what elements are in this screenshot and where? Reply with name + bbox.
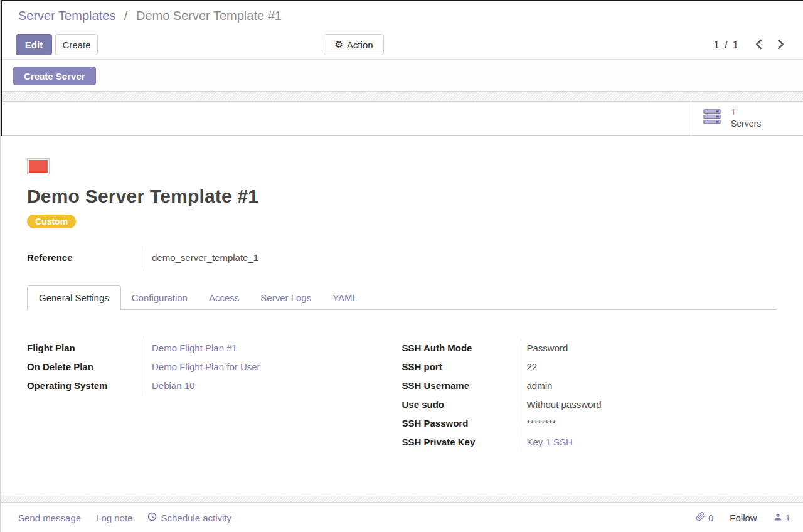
tab-configuration[interactable]: Configuration [121,286,198,309]
on-delete-plan-value[interactable]: Demo Flight Plan for User [152,358,402,376]
servers-icon [703,109,722,127]
servers-count: 1 [731,107,761,119]
ssh-auth-mode-value: Password [527,339,752,358]
reference-group: Reference demo_server_template_1 [27,247,777,269]
left-labels: Flight Plan On Delete Plan Operating Sys… [27,339,144,395]
reference-label-col: Reference [27,247,144,269]
ssh-port-value: 22 [527,358,752,376]
tab-yaml[interactable]: YAML [322,286,368,309]
attachments-button[interactable]: 0 [696,512,713,523]
chatter-bar: Send message Log note Schedule activity … [1,503,803,532]
button-box: 1 Servers [1,102,803,136]
servers-stat-text: 1 Servers [731,107,761,129]
ssh-private-key-label: SSH Private Key [402,433,519,452]
paperclip-icon [696,512,705,523]
custom-badge: Custom [27,215,76,228]
clock-icon [147,512,157,523]
left-field-group: Flight Plan On Delete Plan Operating Sys… [27,339,402,452]
followers-button[interactable]: 1 [774,513,790,523]
chevron-left-icon [755,39,763,51]
chevron-right-icon [777,39,785,51]
color-thumbnail[interactable] [27,158,50,174]
chatter-actions: Send message Log note Schedule activity [18,512,231,523]
person-icon [774,513,782,523]
gear-icon: ⚙ [334,40,343,50]
status-bar: Create Server [1,60,803,91]
window-border-left [1,0,2,136]
ssh-username-value: admin [527,376,752,395]
tab-access[interactable]: Access [198,286,250,309]
follower-count: 1 [785,513,790,523]
reference-label: Reference [27,247,144,269]
control-bar: Edit Create ⚙ Action 1 / 1 [1,30,803,60]
send-message-link[interactable]: Send message [18,513,81,523]
action-button-label: Action [347,40,373,50]
hatched-divider-bottom [1,496,803,503]
tab-content-general-settings: Flight Plan On Delete Plan Operating Sys… [27,310,777,452]
use-sudo-label: Use sudo [402,395,519,414]
breadcrumb-separator: / [124,9,128,23]
chatter-meta: 0 Follow 1 [696,512,790,523]
tab-general-settings[interactable]: General Settings [27,285,121,310]
tab-server-logs[interactable]: Server Logs [250,286,322,309]
flight-plan-label: Flight Plan [27,339,144,358]
servers-stat-button[interactable]: 1 Servers [691,102,803,135]
right-values: Password 22 admin Without password *****… [519,339,752,452]
right-field-group: SSH Auth Mode SSH port SSH Username Use … [402,339,777,452]
window-border-top [1,0,803,1]
pager-next-button[interactable] [774,36,787,54]
attachment-count: 0 [708,513,713,523]
edit-button[interactable]: Edit [16,34,52,55]
right-labels: SSH Auth Mode SSH port SSH Username Use … [402,339,519,452]
ssh-auth-mode-label: SSH Auth Mode [402,339,519,358]
ssh-username-label: SSH Username [402,376,519,395]
follow-button[interactable]: Follow [730,513,757,523]
page: Server Templates / Demo Server Template … [0,0,803,532]
pager-value: 1 / 1 [714,40,740,51]
notebook-tabs: General Settings Configuration Access Se… [27,285,777,310]
ssh-private-key-value[interactable]: Key 1 SSH [527,433,752,452]
pager: 1 / 1 [714,30,787,60]
hatched-divider-top [1,91,803,102]
reference-value-col: demo_server_template_1 [144,247,777,269]
schedule-activity-label: Schedule activity [161,513,231,523]
ssh-port-label: SSH port [402,358,519,376]
servers-label: Servers [731,119,761,130]
pager-previous-button[interactable] [752,36,765,54]
create-button[interactable]: Create [55,34,98,55]
action-button[interactable]: ⚙ Action [324,34,384,55]
use-sudo-value: Without password [527,395,752,414]
form-sheet: Demo Server Template #1 Custom Reference… [1,136,803,496]
on-delete-plan-label: On Delete Plan [27,358,144,376]
breadcrumb-parent-link[interactable]: Server Templates [18,9,115,23]
operating-system-label: Operating System [27,376,144,395]
reference-value: demo_server_template_1 [152,247,777,269]
schedule-activity-link[interactable]: Schedule activity [147,512,231,523]
color-thumbnail-fill [29,160,48,173]
breadcrumb-current: Demo Server Template #1 [136,9,282,23]
breadcrumb: Server Templates / Demo Server Template … [1,0,803,30]
left-values: Demo Flight Plan #1 Demo Flight Plan for… [144,339,402,395]
ssh-password-value: ******** [527,414,752,433]
record-title: Demo Server Template #1 [27,186,777,207]
flight-plan-value[interactable]: Demo Flight Plan #1 [152,339,402,358]
log-note-link[interactable]: Log note [96,513,132,523]
create-server-button[interactable]: Create Server [13,66,96,85]
operating-system-value[interactable]: Debian 10 [152,376,402,395]
ssh-password-label: SSH Password [402,414,519,433]
